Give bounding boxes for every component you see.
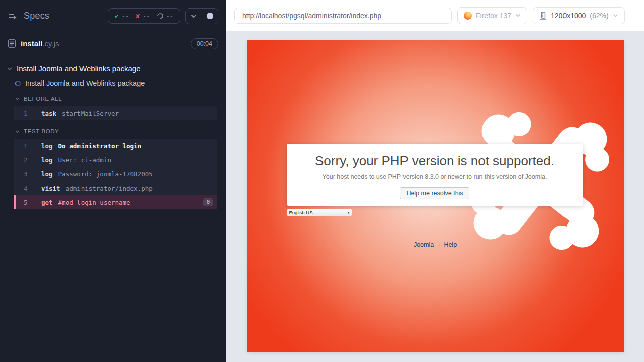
browser-selector[interactable]: Firefox 137 bbox=[457, 7, 527, 24]
command-number: 4 bbox=[16, 185, 34, 192]
command-method: get bbox=[41, 199, 53, 206]
select-chevron-icon: ▾ bbox=[347, 210, 349, 215]
error-title: Sorry, your PHP version is not supported… bbox=[287, 153, 583, 169]
command-number: 1 bbox=[16, 142, 34, 150]
test-title: Install Joomla and Weblinks package bbox=[25, 79, 145, 87]
running-spinner-icon bbox=[15, 81, 21, 86]
chevron-down-icon bbox=[15, 129, 20, 134]
command-message: startMailServer bbox=[62, 110, 119, 117]
stat-passed: ✔ -- bbox=[115, 12, 129, 20]
viewport-zoom: (62%) bbox=[590, 12, 608, 20]
aut-iframe: Sorry, your PHP version is not supported… bbox=[247, 40, 624, 352]
specs-title: Specs bbox=[24, 11, 49, 21]
stop-run-button[interactable] bbox=[202, 9, 218, 24]
spec-file-row[interactable]: install.cy.js 00:04 bbox=[0, 32, 226, 55]
joomla-footer: Joomla-Help bbox=[247, 241, 624, 248]
test-stats: ✔ -- ✘ -- -- bbox=[108, 8, 180, 24]
url-input[interactable] bbox=[234, 8, 452, 24]
footer-separator: - bbox=[438, 241, 440, 248]
command-method: log bbox=[41, 170, 53, 178]
section-before-all[interactable]: BEFORE ALL bbox=[15, 96, 217, 102]
firefox-icon bbox=[464, 12, 472, 20]
chevron-down-icon bbox=[15, 97, 20, 101]
failed-x-icon: ✘ bbox=[136, 12, 140, 20]
command-method: log bbox=[41, 156, 53, 164]
command-number: 3 bbox=[16, 170, 34, 178]
stat-failed: ✘ -- bbox=[136, 12, 150, 20]
error-subtitle: Your host needs to use PHP version 8.3.0… bbox=[287, 173, 583, 180]
runner-topbar: Firefox 137 1200x1000 (62%) bbox=[226, 0, 644, 31]
test-tree: Install Joomla and Weblinks package Inst… bbox=[0, 55, 226, 362]
test-row[interactable]: Install Joomla and Weblinks package bbox=[15, 79, 217, 87]
command-row[interactable]: 1 task startMailServer bbox=[14, 106, 217, 120]
specs-menu-toggle-icon[interactable] bbox=[8, 11, 18, 21]
php-error-card: Sorry, your PHP version is not supported… bbox=[287, 144, 583, 206]
command-message: Password: joomla-17082005 bbox=[58, 170, 153, 178]
chevron-down-icon bbox=[7, 66, 12, 71]
language-select[interactable]: English US ▾ bbox=[287, 209, 352, 216]
suite-row[interactable]: Install Joomla and Weblinks package bbox=[7, 64, 217, 73]
command-method: task bbox=[41, 110, 56, 117]
pending-count: -- bbox=[166, 13, 173, 20]
spec-extension: .cy.js bbox=[42, 39, 59, 48]
cypress-reporter-sidebar: Specs ✔ -- ✘ -- -- bbox=[0, 0, 226, 362]
help-resolve-button[interactable]: Help me resolve this bbox=[400, 187, 469, 199]
reporter-header: Specs ✔ -- ✘ -- -- bbox=[0, 0, 226, 32]
passed-count: -- bbox=[122, 13, 129, 20]
viewport-dimensions: 1200x1000 bbox=[551, 12, 586, 20]
browser-label: Firefox 137 bbox=[476, 12, 511, 20]
section-label: TEST BODY bbox=[24, 128, 59, 134]
command-number: 1 bbox=[16, 110, 34, 117]
command-row[interactable]: 4 visit administrator/index.php bbox=[14, 181, 217, 195]
command-method: visit bbox=[41, 185, 60, 192]
run-controls bbox=[185, 8, 218, 24]
passed-check-icon: ✔ bbox=[115, 12, 119, 20]
runner-main: Firefox 137 1200x1000 (62%) bbox=[226, 0, 644, 362]
command-message: Do administrator login bbox=[58, 142, 142, 150]
spec-name: install bbox=[21, 39, 42, 48]
help-link[interactable]: Help bbox=[444, 241, 457, 248]
command-method: log bbox=[41, 142, 53, 150]
stop-icon bbox=[207, 13, 213, 19]
spec-file-icon bbox=[8, 39, 16, 48]
command-row[interactable]: 1 log Do administrator login bbox=[14, 139, 217, 153]
command-number: 5 bbox=[16, 199, 34, 206]
failed-count: -- bbox=[143, 13, 150, 20]
language-selected-value: English US bbox=[289, 210, 313, 215]
command-message: #mod-login-username bbox=[58, 199, 130, 206]
before-all-commands: 1 task startMailServer bbox=[14, 106, 217, 120]
joomla-link[interactable]: Joomla bbox=[414, 241, 434, 248]
command-row[interactable]: 2 log User: ci-admin bbox=[14, 153, 217, 167]
ruler-icon bbox=[539, 12, 547, 20]
section-test-body[interactable]: TEST BODY bbox=[15, 128, 217, 134]
pending-circle-icon bbox=[156, 12, 164, 20]
command-number: 2 bbox=[16, 156, 34, 164]
command-row[interactable]: 3 log Password: joomla-17082005 bbox=[14, 167, 217, 181]
runner-stage: Sorry, your PHP version is not supported… bbox=[226, 31, 644, 362]
command-row-active[interactable]: 5 get #mod-login-username 0 bbox=[14, 195, 217, 209]
command-retry-badge: 0 bbox=[203, 198, 213, 206]
command-message: User: ci-admin bbox=[58, 156, 111, 164]
command-message: administrator/index.php bbox=[66, 185, 153, 192]
test-body-commands: 1 log Do administrator login 2 log User:… bbox=[14, 139, 217, 209]
viewport-size-selector[interactable]: 1200x1000 (62%) bbox=[533, 7, 625, 24]
suite-title: Install Joomla and Weblinks package bbox=[17, 64, 141, 73]
collapse-all-button[interactable] bbox=[186, 9, 202, 24]
spec-timer-badge: 00:04 bbox=[191, 38, 218, 49]
stat-pending: -- bbox=[157, 13, 173, 20]
section-label: BEFORE ALL bbox=[24, 96, 62, 102]
chevron-down-icon bbox=[515, 13, 521, 18]
chevron-down-icon bbox=[613, 13, 618, 18]
